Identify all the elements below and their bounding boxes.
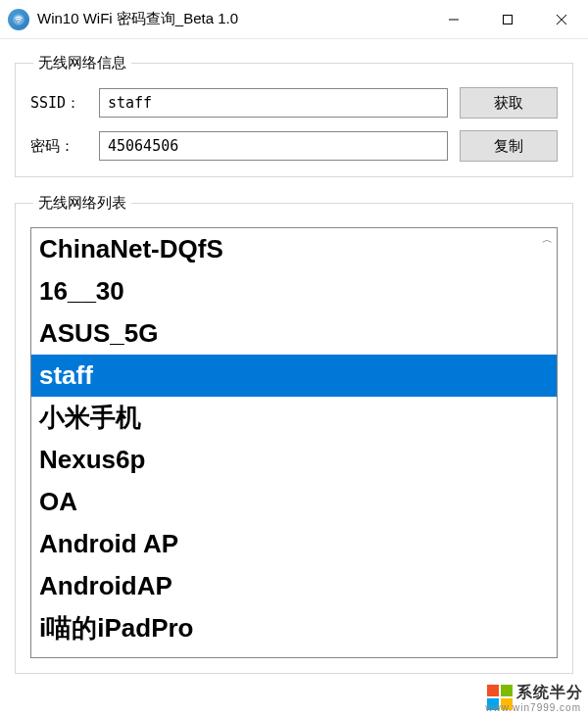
app-icon	[8, 9, 29, 30]
watermark-text: 系统半分	[516, 684, 583, 700]
svg-rect-3	[503, 15, 512, 24]
copy-button[interactable]: 复制	[460, 130, 558, 162]
list-item[interactable]: i喵的iPadPro	[31, 607, 557, 649]
wifi-list-container: ︿ ChinaNet-DQfS16__30ASUS_5Gstaff小米手机Nex…	[30, 227, 558, 658]
maximize-button[interactable]	[480, 0, 534, 38]
ssid-row: SSID： 获取	[30, 87, 558, 119]
list-item[interactable]: OA	[31, 481, 557, 523]
list-item[interactable]: ChinaNet-DQfS	[31, 228, 557, 270]
watermark-sub: www.win7999.com	[485, 702, 581, 713]
client-area: 无线网络信息 SSID： 获取 密码： 复制 无线网络列表 ︿ ChinaNet…	[0, 39, 588, 674]
list-item[interactable]: Nexus6p	[31, 439, 557, 481]
window-title: Win10 WiFi 密码查询_Beta 1.0	[37, 10, 426, 28]
watermark: 系统半分 www.win7999.com	[487, 683, 583, 711]
ssid-input[interactable]	[99, 88, 448, 118]
watermark-text-wrap: 系统半分 www.win7999.com	[516, 683, 583, 711]
wifi-list-legend: 无线网络列表	[33, 194, 131, 213]
list-item[interactable]: Android AP	[31, 523, 557, 565]
wifi-info-legend: 无线网络信息	[33, 54, 131, 72]
list-item[interactable]: ASUS_5G	[31, 312, 557, 355]
password-input[interactable]	[99, 131, 448, 161]
get-button[interactable]: 获取	[460, 87, 558, 119]
list-item[interactable]: 小米手机	[31, 397, 557, 439]
close-button[interactable]	[534, 0, 588, 38]
minimize-button[interactable]	[426, 0, 480, 38]
titlebar[interactable]: Win10 WiFi 密码查询_Beta 1.0	[0, 0, 588, 39]
wifi-list-group: 无线网络列表 ︿ ChinaNet-DQfS16__30ASUS_5Gstaff…	[15, 194, 573, 674]
list-item[interactable]: AndroidAP	[31, 565, 557, 607]
ssid-label: SSID：	[30, 94, 99, 113]
password-row: 密码： 复制	[30, 130, 558, 162]
window-controls	[426, 0, 588, 38]
password-label: 密码：	[30, 137, 99, 156]
wifi-listbox[interactable]: ChinaNet-DQfS16__30ASUS_5Gstaff小米手机Nexus…	[31, 228, 557, 657]
svg-point-1	[18, 21, 20, 23]
list-item[interactable]: staff	[31, 355, 557, 397]
wifi-info-group: 无线网络信息 SSID： 获取 密码： 复制	[15, 54, 573, 177]
list-item[interactable]: 16__30	[31, 270, 557, 312]
